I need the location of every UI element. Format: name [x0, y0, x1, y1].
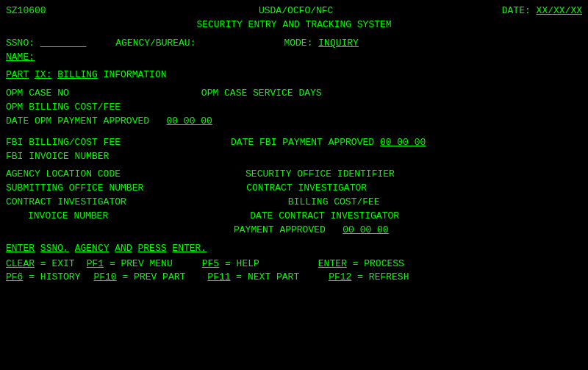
pf10-val: PREV PART	[134, 271, 185, 285]
pf12-key[interactable]: PF12	[329, 271, 351, 285]
fbi-billing-row: FBI BILLING/COST FEE DATE FBI PAYMENT AP…	[6, 136, 582, 150]
opm-case-service-days-label: OPM CASE SERVICE DAYS	[69, 87, 322, 101]
and-inst: AND	[115, 242, 132, 256]
opm-billing-row: OPM BILLING COST/FEE	[6, 101, 582, 115]
agency-location-row: AGENCY LOCATION CODE SECURITY OFFICE IDE…	[6, 168, 582, 182]
enter-val: PROCESS	[364, 257, 404, 271]
billing-cost-fee-label: BILLING COST/FEE	[126, 196, 380, 210]
fbi-date-label: DATE FBI PAYMENT APPROVED	[121, 136, 374, 150]
name-row: NAME:	[6, 51, 582, 65]
header-row1: SZ10600 USDA/OCFO/NFC DATE: XX/XX/XX	[6, 4, 582, 18]
billing-label: BILLING	[57, 68, 98, 82]
part-heading: PART IX: BILLING INFORMATION	[6, 68, 582, 82]
agency-location-label: AGENCY LOCATION CODE	[6, 168, 121, 182]
clear-val: EXIT	[51, 257, 74, 271]
ssno-field[interactable]: ________	[40, 37, 86, 51]
submitting-label: SUBMITTING OFFICE NUMBER	[6, 182, 143, 196]
pf12-val: REFRESH	[369, 271, 409, 285]
date-value: XX/XX/XX	[537, 4, 582, 18]
ssno-inst: SSNO	[40, 242, 63, 256]
payment-value: 00 00 00	[343, 224, 388, 238]
enter-eq: =	[353, 257, 359, 271]
header-title: USDA/OCFO/NFC	[46, 4, 458, 18]
fbi-invoice-row: FBI INVOICE NUMBER	[6, 150, 582, 164]
pf11-eq: =	[236, 271, 242, 285]
clear-key[interactable]: CLEAR	[6, 257, 35, 271]
part-num: IX:	[35, 68, 51, 82]
date-label: DATE:	[458, 4, 531, 18]
info-label: INFORMATION	[104, 68, 167, 82]
pf1-eq: =	[110, 257, 115, 271]
invoice-row: INVOICE NUMBER DATE CONTRACT INVESTIGATO…	[6, 210, 582, 224]
agency-bureau-label: AGENCY/BUREAU:	[86, 37, 196, 51]
enter-inst: ENTER	[172, 242, 201, 256]
name-label: NAME:	[6, 51, 35, 65]
agency-inst: AGENCY	[75, 242, 110, 256]
opm-billing-label: OPM BILLING COST/FEE	[6, 101, 121, 115]
payment-approved-label: PAYMENT APPROVED	[6, 224, 326, 238]
part-label: PART	[6, 68, 29, 82]
pf5-key[interactable]: PF5	[202, 257, 219, 271]
pf11-key[interactable]: PF11	[207, 271, 230, 285]
header-row2: SECURITY ENTRY AND TRACKING SYSTEM	[6, 18, 582, 32]
pf5-val: HELP	[237, 257, 259, 271]
pf1-val: PREV MENU	[121, 257, 173, 271]
fbi-billing-label: FBI BILLING/COST FEE	[6, 136, 121, 150]
footer-row1: CLEAR = EXIT PF1 = PREV MENU PF5 = HELP …	[6, 257, 582, 271]
press-inst: PRESS	[138, 242, 167, 256]
fbi-invoice-label: FBI INVOICE NUMBER	[6, 150, 109, 164]
clear-eq: =	[40, 257, 46, 271]
system-id: SZ10600	[6, 4, 46, 18]
pf11-val: NEXT PART	[248, 271, 299, 285]
opm-date-value: 00 00 00	[166, 115, 212, 129]
ssno-label: SSNO:	[6, 37, 35, 51]
contract-investigator-label2: CONTRACT INVESTIGATOR	[143, 182, 367, 196]
opm-date-label: DATE OPM PAYMENT APPROVED	[6, 115, 149, 129]
mode-value: INQUIRY	[318, 37, 359, 51]
pf12-eq: =	[357, 271, 363, 285]
opm-case-no-label: OPM CASE NO	[6, 87, 69, 101]
fbi-date-value: 00 00 00	[380, 136, 426, 150]
date-contract-label: DATE CONTRACT INVESTIGATOR	[108, 210, 399, 224]
pf10-eq: =	[122, 271, 128, 285]
payment-row: PAYMENT APPROVED 00 00 00	[6, 224, 582, 238]
pf10-key[interactable]: PF10	[93, 271, 116, 285]
contract-row: CONTRACT INVESTIGATOR BILLING COST/FEE	[6, 196, 582, 210]
contract-investigator-label: CONTRACT INVESTIGATOR	[6, 196, 126, 210]
pf6-val: HISTORY	[40, 271, 81, 285]
footer-row2: PF6 = HISTORY PF10 = PREV PART PF11 = NE…	[6, 271, 582, 285]
main-screen: SZ10600 USDA/OCFO/NFC DATE: XX/XX/XX SEC…	[6, 4, 582, 366]
instructions-row: ENTER SSNO , AGENCY AND PRESS ENTER .	[6, 242, 582, 256]
pf5-eq: =	[225, 257, 231, 271]
mode-label: MODE:	[196, 37, 312, 51]
pf6-eq: =	[29, 271, 35, 285]
invoice-number-label: INVOICE NUMBER	[6, 210, 108, 224]
submitting-row: SUBMITTING OFFICE NUMBER CONTRACT INVEST…	[6, 182, 582, 196]
period-inst: .	[201, 242, 207, 256]
opm-case-row: OPM CASE NO OPM CASE SERVICE DAYS	[6, 87, 582, 101]
enter-key[interactable]: ENTER	[318, 257, 347, 271]
opm-date-row: DATE OPM PAYMENT APPROVED 00 00 00	[6, 115, 582, 129]
enter-label: ENTER	[6, 242, 35, 256]
pf1-key[interactable]: PF1	[87, 257, 104, 271]
ssno-row: SSNO: ________ AGENCY/BUREAU: MODE: INQU…	[6, 37, 582, 51]
pf6-key[interactable]: PF6	[6, 271, 23, 285]
security-office-label: SECURITY OFFICE IDENTIFIER	[121, 168, 395, 182]
header-subtitle: SECURITY ENTRY AND TRACKING SYSTEM	[196, 18, 391, 32]
